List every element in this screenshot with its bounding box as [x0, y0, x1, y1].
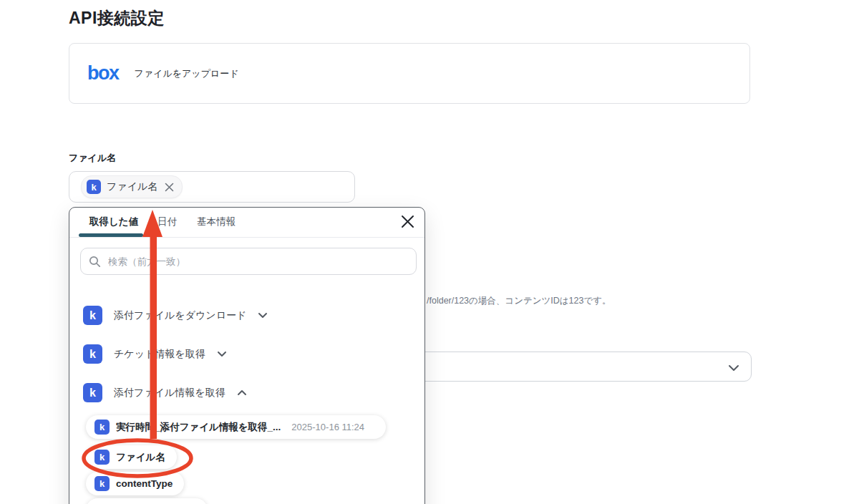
list-item-label: ファイル名: [116, 451, 165, 464]
tab-date[interactable]: 日付: [157, 208, 177, 236]
tab-retrieved-values[interactable]: 取得した値: [89, 208, 138, 236]
group-label: 添付ファイルをダウンロード: [114, 309, 246, 322]
content-id-help-text: /folder/123の場合、コンテンツIDは123です。: [427, 295, 611, 307]
file-name-chip[interactable]: k ファイル名: [81, 175, 183, 198]
group-download-attachment[interactable]: k 添付ファイルをダウンロード: [83, 306, 268, 325]
page-title: API接続設定: [69, 7, 165, 29]
service-card-label: ファイルをアップロード: [135, 67, 239, 80]
close-icon[interactable]: [400, 214, 415, 229]
list-item-label: 実行時間_添付ファイル情報を取得_...: [116, 421, 281, 434]
kintone-icon: k: [94, 450, 110, 465]
kintone-icon: k: [83, 344, 102, 364]
list-item-label: contentType: [116, 478, 173, 489]
list-item-content-type[interactable]: k contentType: [86, 472, 184, 495]
search-input[interactable]: [107, 256, 408, 268]
service-card[interactable]: box ファイルをアップロード: [69, 43, 750, 104]
list-item-file-name[interactable]: k ファイル名: [86, 445, 177, 469]
kintone-icon: k: [83, 383, 102, 402]
group-label: 添付ファイル情報を取得: [114, 387, 225, 399]
chevron-down-icon: [728, 362, 739, 374]
kintone-icon: k: [87, 180, 101, 194]
group-label: チケット情報を取得: [114, 348, 205, 361]
variable-picker-popup: 取得した値 日付 基本情報 k 添付ファイルをダウンロード k チケット情報を取…: [69, 207, 425, 504]
active-tab-underline: [79, 233, 143, 237]
box-logo-icon: box: [87, 64, 119, 83]
popup-tabs: 取得した値 日付 基本情報: [69, 208, 424, 238]
search-icon: [89, 256, 101, 268]
file-name-input[interactable]: k ファイル名: [69, 171, 355, 203]
chip-label: ファイル名: [107, 180, 157, 193]
list-item-timestamp: 2025-10-16 11:24: [291, 422, 364, 432]
list-item-execution-time[interactable]: k 実行時間_添付ファイル情報を取得_... 2025-10-16 11:24: [86, 415, 386, 439]
chevron-up-icon: [237, 389, 247, 396]
list-item-partial[interactable]: [86, 498, 208, 504]
chevron-down-icon: [258, 312, 268, 319]
search-field[interactable]: [80, 248, 417, 275]
chevron-down-icon: [217, 351, 227, 357]
screen: API接続設定 box ファイルをアップロード ファイル名 k ファイル名 /f…: [0, 0, 859, 504]
kintone-icon: k: [94, 420, 110, 435]
kintone-icon: k: [83, 306, 102, 325]
kintone-icon: k: [94, 476, 110, 491]
file-name-label: ファイル名: [69, 152, 116, 165]
group-get-ticket-info[interactable]: k チケット情報を取得: [83, 344, 227, 364]
group-get-attachment-info[interactable]: k 添付ファイル情報を取得: [83, 383, 247, 402]
chip-remove-icon[interactable]: [165, 183, 174, 192]
tab-basic-info[interactable]: 基本情報: [197, 208, 236, 236]
